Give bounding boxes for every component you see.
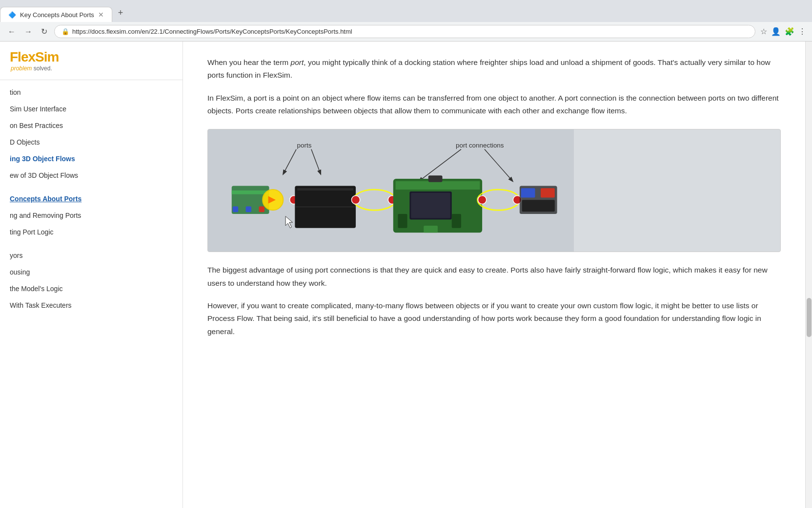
address-bar: ← → ↻ 🔒 https://docs.flexsim.com/en/22.1… bbox=[0, 22, 812, 41]
tab-title: Key Concepts About Ports bbox=[20, 11, 94, 19]
tagline-solved: solved. bbox=[34, 65, 52, 72]
svg-rect-20 bbox=[396, 181, 480, 190]
svg-rect-23 bbox=[398, 214, 407, 228]
toolbar-icons: ☆ 👤 🧩 ⋮ bbox=[760, 27, 806, 36]
svg-rect-24 bbox=[452, 214, 461, 228]
brand-name: FlexSim bbox=[10, 49, 173, 65]
logo: FlexSim problem solved. bbox=[0, 42, 183, 78]
svg-rect-6 bbox=[232, 190, 269, 194]
url-box[interactable]: 🔒 https://docs.flexsim.com/en/22.1/Conne… bbox=[54, 25, 755, 38]
svg-rect-33 bbox=[522, 200, 555, 212]
tab-bar: 🔷 Key Concepts About Ports ✕ + bbox=[0, 0, 812, 22]
profile-icon[interactable]: 👤 bbox=[771, 27, 781, 36]
svg-rect-31 bbox=[521, 189, 535, 198]
main-content: When you hear the term port, you might t… bbox=[183, 42, 805, 508]
bookmark-star-icon[interactable]: ☆ bbox=[760, 27, 767, 36]
italic-port: port bbox=[291, 58, 304, 66]
brand-tagline: problem solved. bbox=[11, 65, 173, 72]
svg-rect-22 bbox=[411, 193, 450, 218]
nav-item-yors[interactable]: yors bbox=[0, 247, 183, 264]
nav-item-3d-flows[interactable]: ing 3D Object Flows bbox=[0, 150, 183, 167]
svg-rect-25 bbox=[424, 226, 438, 233]
sidebar: FlexSim problem solved. tion Sim User In… bbox=[0, 42, 183, 508]
tagline-problem: problem bbox=[11, 65, 32, 72]
secure-icon: 🔒 bbox=[61, 28, 69, 35]
paragraph-2: In FlexSim, a port is a point on an obje… bbox=[207, 92, 781, 118]
nav-item-3d-objects[interactable]: D Objects bbox=[0, 134, 183, 150]
port-connections-label: port connections bbox=[456, 142, 504, 149]
nav-item-concepts-ports[interactable]: Concepts About Ports bbox=[0, 190, 183, 207]
extensions-icon[interactable]: 🧩 bbox=[785, 27, 794, 36]
back-button[interactable]: ← bbox=[6, 25, 18, 38]
tab-favicon: 🔷 bbox=[8, 11, 16, 19]
new-tab-button[interactable]: + bbox=[112, 4, 129, 22]
paragraph-3: The biggest advantage of using port conn… bbox=[207, 264, 781, 290]
forward-button[interactable]: → bbox=[22, 25, 34, 38]
page-body: FlexSim problem solved. tion Sim User In… bbox=[0, 42, 812, 508]
active-tab[interactable]: 🔷 Key Concepts About Ports ✕ bbox=[0, 7, 112, 22]
browser-chrome: 🔷 Key Concepts About Ports ✕ + ← → ↻ 🔒 h… bbox=[0, 0, 812, 42]
nav-item-model-logic[interactable]: the Model's Logic bbox=[0, 280, 183, 297]
diagram-inner: ports port connections bbox=[208, 129, 574, 252]
scrollbar-thumb[interactable] bbox=[807, 298, 812, 337]
nav-item-task-executers[interactable]: With Task Executers bbox=[0, 297, 183, 314]
svg-point-28 bbox=[478, 196, 486, 204]
menu-icon[interactable]: ⋮ bbox=[798, 27, 806, 36]
nav-item-ousing[interactable]: ousing bbox=[0, 264, 183, 280]
svg-point-17 bbox=[351, 196, 360, 204]
paragraph-4: However, if you want to create complicat… bbox=[207, 299, 781, 338]
svg-rect-32 bbox=[541, 189, 555, 198]
paragraph-1: When you hear the term port, you might t… bbox=[207, 56, 781, 82]
nav-item-best-practices[interactable]: on Best Practices bbox=[0, 117, 183, 134]
tab-close-button[interactable]: ✕ bbox=[98, 11, 104, 19]
diagram-svg: ports port connections bbox=[218, 132, 564, 249]
nav-item-port-logic[interactable]: ting Port Logic bbox=[0, 224, 183, 240]
svg-rect-14 bbox=[297, 189, 353, 191]
svg-rect-8 bbox=[246, 207, 252, 212]
scrollbar-track[interactable] bbox=[805, 42, 812, 508]
brand-flex: Flex bbox=[10, 49, 35, 64]
svg-rect-9 bbox=[259, 207, 264, 212]
sidebar-nav: tion Sim User Interface on Best Practice… bbox=[0, 82, 183, 316]
reload-button[interactable]: ↻ bbox=[39, 25, 49, 38]
nav-item-tion[interactable]: tion bbox=[0, 84, 183, 101]
nav-item-overview-flows[interactable]: ew of 3D Object Flows bbox=[0, 167, 183, 184]
nav-item-removing-ports[interactable]: ng and Removing Ports bbox=[0, 207, 183, 224]
sidebar-divider bbox=[0, 80, 183, 80]
nav-item-sim-ui[interactable]: Sim User Interface bbox=[0, 101, 183, 117]
svg-rect-7 bbox=[233, 207, 239, 212]
url-text[interactable]: https://docs.flexsim.com/en/22.1/Connect… bbox=[72, 28, 352, 35]
ports-diagram: ports port connections bbox=[207, 129, 781, 252]
brand-sim: Sim bbox=[35, 49, 59, 64]
ports-label: ports bbox=[297, 142, 312, 149]
svg-rect-26 bbox=[428, 176, 443, 182]
